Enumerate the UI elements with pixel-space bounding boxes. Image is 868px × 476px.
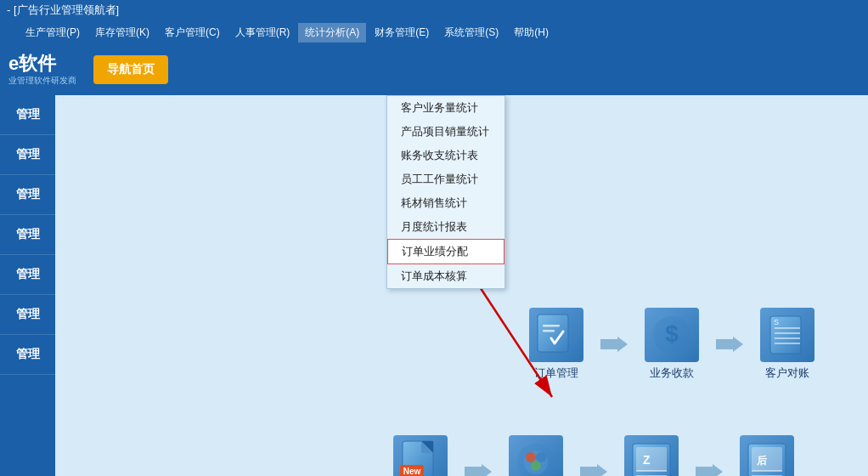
account-label: 客户对账 bbox=[765, 366, 809, 381]
workflow-item-new: New 业务开单 bbox=[378, 435, 463, 476]
main-layout: 管理 管理 管理 管理 管理 管理 管理 客户业务量统计 产品项目销量统计 账务… bbox=[0, 95, 868, 476]
menu-item-inventory[interactable]: 库存管理(K) bbox=[88, 23, 156, 42]
sidebar-item-3[interactable]: 管理 bbox=[0, 215, 55, 255]
menu-item-stats[interactable]: 统计分析(A) bbox=[298, 23, 366, 42]
arrow-2 bbox=[714, 336, 745, 353]
post-icon: 后 bbox=[740, 435, 794, 476]
svg-text:New: New bbox=[403, 467, 421, 476]
dropdown-item-0[interactable]: 客户业务量统计 bbox=[387, 96, 504, 120]
arrow-1 bbox=[599, 336, 629, 353]
svg-text:S: S bbox=[774, 318, 779, 326]
stats-dropdown-menu: 客户业务量统计 产品项目销量统计 账务收支统计表 员工工作量统计 耗材销售统计 … bbox=[386, 95, 505, 289]
content-area: 客户业务量统计 产品项目销量统计 账务收支统计表 员工工作量统计 耗材销售统计 … bbox=[55, 95, 868, 476]
payment-icon: $ bbox=[645, 308, 699, 362]
sidebar: 管理 管理 管理 管理 管理 管理 管理 bbox=[0, 95, 55, 476]
workflow-item-design: 设计 bbox=[493, 435, 578, 476]
arrow-4 bbox=[578, 463, 609, 476]
menu-bar: 生产管理(P) 库存管理(K) 客户管理(C) 人事管理(R) 统计分析(A) … bbox=[0, 20, 868, 44]
logo-area: e软件 业管理软件研发商 bbox=[8, 53, 76, 87]
svg-marker-27 bbox=[580, 464, 607, 476]
dropdown-item-4[interactable]: 耗材销售统计 bbox=[387, 191, 504, 215]
logo-title: e软件 bbox=[8, 53, 76, 75]
arrow-3 bbox=[463, 463, 493, 476]
header-area: e软件 业管理软件研发商 导航首页 bbox=[0, 44, 868, 95]
new-order-icon: New bbox=[393, 435, 448, 476]
title-bar: - [广告行业管理领航者] bbox=[0, 0, 868, 20]
sidebar-item-0[interactable]: 管理 bbox=[0, 95, 55, 135]
account-icon: S bbox=[760, 308, 814, 362]
sidebar-item-6[interactable]: 管理 bbox=[0, 335, 55, 375]
sidebar-item-5[interactable]: 管理 bbox=[0, 295, 55, 335]
dropdown-item-3[interactable]: 员工工作量统计 bbox=[387, 167, 504, 191]
title-text: - [广告行业管理领航者] bbox=[7, 3, 119, 18]
workflow-item-account: S 客户对账 bbox=[745, 308, 830, 381]
svg-text:后: 后 bbox=[756, 455, 768, 467]
nav-home-button[interactable]: 导航首页 bbox=[93, 55, 168, 84]
svg-rect-29 bbox=[636, 447, 667, 471]
svg-text:$: $ bbox=[665, 320, 679, 347]
dropdown-item-6[interactable]: 订单业绩分配 bbox=[387, 239, 504, 264]
menu-item-customer[interactable]: 客户管理(C) bbox=[158, 23, 227, 42]
sidebar-item-4[interactable]: 管理 bbox=[0, 255, 55, 295]
arrow-5 bbox=[694, 463, 724, 476]
menu-item-system[interactable]: 系统管理(S) bbox=[437, 23, 505, 42]
menu-item-help[interactable]: 帮助(H) bbox=[507, 23, 555, 42]
menu-item-production[interactable] bbox=[3, 30, 17, 35]
workflow-row-2: New 业务开单 bbox=[378, 435, 809, 476]
dropdown-item-5[interactable]: 月度统计报表 bbox=[387, 215, 504, 239]
svg-marker-33 bbox=[696, 464, 723, 476]
svg-marker-9 bbox=[716, 337, 743, 352]
menu-item-hr[interactable]: 人事管理(R) bbox=[228, 23, 297, 42]
menu-item-production-label[interactable]: 生产管理(P) bbox=[19, 23, 87, 42]
dropdown-item-2[interactable]: 账务收支统计表 bbox=[387, 144, 504, 167]
workflow-item-post: 后 后期制作 bbox=[724, 435, 809, 476]
svg-text:Z: Z bbox=[643, 453, 651, 467]
dropdown-item-7[interactable]: 订单成本核算 bbox=[387, 264, 504, 288]
process-icon: Z bbox=[624, 435, 679, 476]
dropdown-item-1[interactable]: 产品项目销量统计 bbox=[387, 120, 504, 144]
sidebar-item-1[interactable]: 管理 bbox=[0, 135, 55, 175]
logo-subtitle: 业管理软件研发商 bbox=[8, 75, 76, 87]
payment-label: 业务收款 bbox=[650, 366, 694, 381]
workflow-item-process: Z 加工制作 bbox=[609, 435, 694, 476]
design-icon bbox=[509, 435, 563, 476]
svg-marker-6 bbox=[600, 337, 628, 352]
sidebar-item-2[interactable]: 管理 bbox=[0, 175, 55, 215]
svg-point-26 bbox=[531, 461, 541, 471]
svg-marker-21 bbox=[465, 464, 492, 476]
svg-point-25 bbox=[536, 452, 546, 462]
workflow-item-payment: $ 业务收款 bbox=[629, 308, 714, 381]
menu-item-finance[interactable]: 财务管理(E) bbox=[368, 23, 436, 42]
svg-point-24 bbox=[526, 452, 536, 462]
